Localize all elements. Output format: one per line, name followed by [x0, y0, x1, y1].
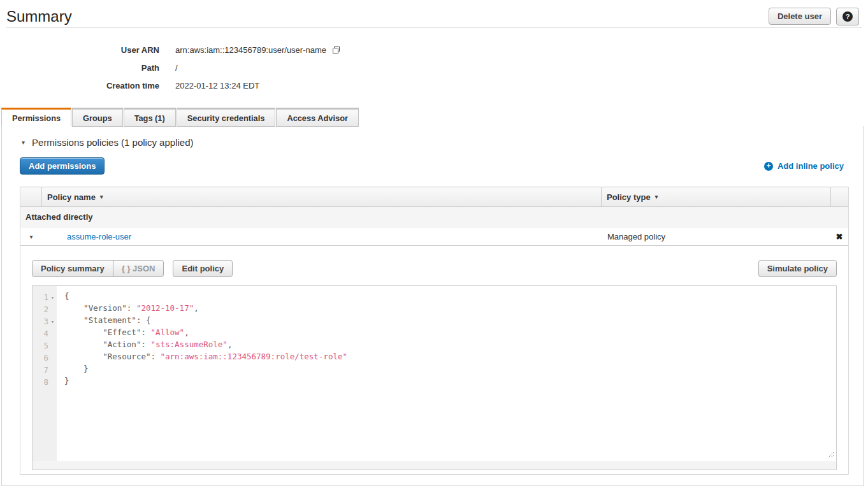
header-divider — [6, 27, 862, 28]
code-line: } — [64, 364, 836, 376]
code-line: "Effect": "Allow", — [64, 327, 836, 340]
copy-icon[interactable] — [331, 45, 341, 55]
gutter-line: 6 — [33, 352, 57, 364]
policy-name-link[interactable]: assume-role-user — [67, 232, 131, 241]
row-caret-icon: ▾ — [29, 233, 33, 240]
gutter-line: 5 — [33, 340, 57, 352]
horizontal-scrollbar-track[interactable] — [33, 461, 836, 470]
permissions-policies-section-toggle[interactable]: ▾ Permissions policies (1 policy applied… — [2, 137, 863, 148]
delete-user-button[interactable]: Delete user — [769, 8, 831, 25]
tab-groups[interactable]: Groups — [72, 108, 123, 127]
policy-actions-row: Add permissions + Add inline policy — [20, 157, 844, 175]
policy-detail-panel: Policy summary { } JSON Edit policy Simu… — [20, 246, 848, 475]
detail-row-creation-time: Creation time 2022-01-12 13:24 EDT — [0, 76, 868, 94]
path-label: Path — [0, 63, 159, 73]
policy-type-cell: Managed policy — [601, 232, 830, 241]
add-permissions-button[interactable]: Add permissions — [20, 157, 105, 175]
policies-table: Policy name ▾ Policy type ▾ Attached dir… — [20, 187, 849, 475]
json-view-button[interactable]: { } JSON — [113, 260, 164, 277]
sort-caret-icon: ▾ — [100, 194, 103, 200]
simulate-policy-button[interactable]: Simulate policy — [758, 260, 837, 277]
policy-row-assume-role-user: ▾ assume-role-user Managed policy ✖ — [20, 227, 848, 246]
policy-type-column-header[interactable]: Policy type ▾ — [601, 187, 830, 206]
code-line: "Action": "sts:AssumeRole", — [64, 340, 836, 352]
tab-security-credentials[interactable]: Security credentials — [177, 108, 276, 127]
edit-policy-button[interactable]: Edit policy — [173, 260, 233, 277]
json-policy-editor[interactable]: 1▾23▾45678 { "Version": "2012-10-17", "S… — [32, 285, 837, 470]
page-header: Summary Delete user ? — [0, 0, 868, 27]
policy-summary-button[interactable]: Policy summary — [32, 260, 113, 277]
help-icon: ? — [843, 11, 853, 22]
code-line: "Version": "2012-10-17", — [64, 303, 836, 315]
header-actions: Delete user ? — [769, 8, 859, 25]
code-area[interactable]: { "Version": "2012-10-17", "Statement": … — [57, 286, 836, 470]
line-number: 5 — [33, 341, 48, 350]
tab-tags[interactable]: Tags (1) — [124, 108, 176, 127]
line-number: 6 — [33, 353, 48, 362]
policy-detail-toolbar: Policy summary { } JSON Edit policy Simu… — [32, 260, 837, 277]
expand-column-header — [20, 187, 42, 206]
line-number: 8 — [33, 377, 48, 387]
detail-row-path: Path / — [0, 59, 868, 76]
add-inline-policy-link[interactable]: + Add inline policy — [764, 161, 844, 171]
user-details: User ARN arn:aws:iam::123456789:user/use… — [0, 41, 868, 94]
gutter-line: 3▾ — [33, 315, 57, 327]
gutter-line: 2 — [33, 303, 57, 315]
resize-handle-icon[interactable] — [827, 450, 834, 460]
line-number: 2 — [33, 305, 48, 314]
code-line: "Statement": { — [64, 315, 836, 327]
table-header-row: Policy name ▾ Policy type ▾ — [20, 187, 848, 207]
help-button[interactable]: ? — [836, 8, 859, 25]
user-arn-value: arn:aws:iam::123456789:user/user-name — [175, 45, 326, 55]
line-number: 7 — [33, 365, 48, 375]
creation-time-label: Creation time — [0, 81, 159, 90]
line-number: 1 — [33, 292, 48, 302]
policy-view-toggle: Policy summary { } JSON — [32, 260, 164, 277]
gutter-line: 1▾ — [33, 291, 57, 303]
page-title: Summary — [6, 8, 72, 25]
detail-row-user-arn: User ARN arn:aws:iam::123456789:user/use… — [0, 41, 868, 59]
fold-caret-icon[interactable]: ▾ — [48, 294, 57, 301]
actions-column-header — [830, 187, 848, 206]
attached-directly-group-row: Attached directly — [20, 207, 848, 227]
fold-caret-icon[interactable]: ▾ — [48, 319, 57, 325]
tab-permissions[interactable]: Permissions — [1, 108, 71, 127]
user-arn-label: User ARN — [0, 45, 159, 55]
permissions-tab-panel: ▾ Permissions policies (1 policy applied… — [1, 126, 864, 486]
gutter-line: 7 — [33, 364, 57, 376]
policy-name-column-header[interactable]: Policy name ▾ — [42, 187, 601, 206]
code-line: { — [64, 291, 836, 303]
tab-bar: Permissions Groups Tags (1) Security cre… — [1, 108, 868, 127]
path-value: / — [175, 63, 178, 73]
code-line: "Resource": "arn:aws:iam::123456789:role… — [64, 352, 836, 364]
line-number: 4 — [33, 329, 48, 338]
code-line: } — [64, 376, 836, 388]
line-number: 3 — [33, 317, 48, 326]
collapse-row-button[interactable]: ▾ — [20, 233, 42, 240]
editor-gutter: 1▾23▾45678 — [33, 286, 57, 461]
collapse-caret-icon: ▾ — [22, 139, 25, 146]
plus-circle-icon: + — [764, 162, 773, 171]
tab-access-advisor[interactable]: Access Advisor — [276, 108, 359, 127]
creation-time-value: 2022-01-12 13:24 EDT — [175, 81, 259, 90]
sort-caret-icon: ▾ — [655, 194, 658, 200]
gutter-line: 8 — [33, 376, 57, 388]
gutter-line: 4 — [33, 327, 57, 340]
section-title: Permissions policies (1 policy applied) — [32, 137, 193, 148]
detach-policy-icon[interactable]: ✖ — [836, 232, 843, 241]
